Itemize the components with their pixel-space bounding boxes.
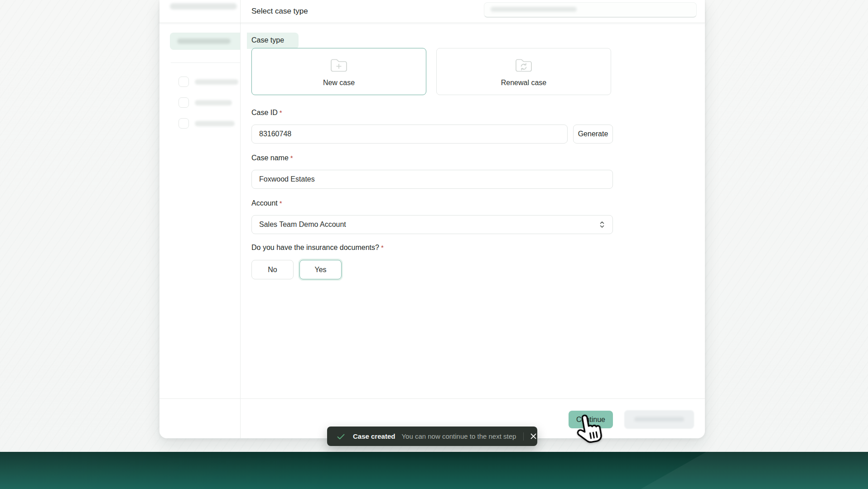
blurred-step-label bbox=[195, 79, 238, 85]
required-asterisk: * bbox=[381, 244, 384, 251]
case-type-label: Case type bbox=[251, 36, 284, 44]
case-name-input[interactable]: Foxwood Estates bbox=[251, 170, 613, 189]
sidebar-rule bbox=[171, 62, 240, 63]
case-name-value: Foxwood Estates bbox=[259, 175, 315, 183]
form-content: Case type New case bbox=[240, 23, 705, 398]
case-type-option-new[interactable]: New case bbox=[251, 48, 426, 95]
steps-sidebar bbox=[159, 23, 240, 398]
case-id-input[interactable]: 83160748 bbox=[251, 125, 568, 144]
select-chevron-icon bbox=[599, 220, 605, 229]
step-checkbox[interactable] bbox=[178, 118, 189, 129]
screen-background: Select case type bbox=[0, 0, 868, 489]
faded-header-input[interactable] bbox=[484, 2, 697, 18]
generate-button[interactable]: Generate bbox=[573, 125, 613, 144]
modal-header: Select case type bbox=[159, 0, 705, 23]
account-selected-value: Sales Team Demo Account bbox=[259, 221, 346, 229]
toast-separator bbox=[523, 432, 524, 441]
close-icon[interactable] bbox=[530, 431, 537, 442]
case-id-value: 83160748 bbox=[259, 130, 291, 138]
case-id-row: 83160748 Generate bbox=[251, 125, 613, 144]
insurance-no-button[interactable]: No bbox=[251, 260, 294, 279]
required-asterisk: * bbox=[290, 154, 293, 162]
create-case-modal: Select case type bbox=[159, 0, 705, 438]
case-type-option-renewal[interactable]: Renewal case bbox=[436, 48, 611, 95]
folder-plus-icon bbox=[328, 56, 349, 74]
blurred-step-label bbox=[195, 121, 235, 126]
blurred-step-label bbox=[195, 100, 232, 105]
sidebar-step-item[interactable] bbox=[178, 97, 240, 108]
account-select[interactable]: Sales Team Demo Account bbox=[251, 215, 613, 234]
sidebar-step-item[interactable] bbox=[178, 77, 240, 87]
toast-notification: Case created You can now continue to the… bbox=[327, 427, 537, 446]
toast-message: You can now continue to the next step bbox=[401, 432, 516, 440]
blurred-step-label bbox=[177, 38, 231, 44]
folder-refresh-icon bbox=[513, 56, 534, 74]
case-id-label: Case ID* bbox=[251, 109, 613, 117]
account-label: Account* bbox=[251, 199, 613, 207]
sidebar-step-item[interactable] bbox=[178, 118, 240, 129]
step-checkbox[interactable] bbox=[178, 97, 189, 108]
blurred-modal-title bbox=[170, 3, 237, 10]
insurance-question-label: Do you have the insurance documents?* bbox=[251, 244, 613, 252]
case-name-label: Case name* bbox=[251, 154, 613, 162]
insurance-question-options: No Yes bbox=[251, 260, 342, 279]
blurred-button-label bbox=[634, 417, 684, 422]
insurance-yes-button[interactable]: Yes bbox=[299, 260, 342, 279]
case-type-option-label: New case bbox=[323, 79, 355, 87]
page-title: Select case type bbox=[251, 6, 308, 16]
faded-secondary-button[interactable] bbox=[624, 410, 694, 429]
bottom-brand-band bbox=[0, 452, 868, 489]
brand-band-sheen bbox=[0, 452, 868, 489]
step-checkbox[interactable] bbox=[178, 77, 189, 87]
required-asterisk: * bbox=[280, 109, 282, 116]
toast-title: Case created bbox=[353, 432, 395, 440]
check-icon bbox=[337, 433, 345, 439]
case-type-options: New case Renewal case bbox=[251, 48, 613, 95]
blurred-input-text bbox=[491, 7, 577, 12]
continue-button[interactable]: Continue bbox=[569, 411, 613, 428]
case-type-option-label: Renewal case bbox=[501, 79, 547, 87]
sidebar-active-step[interactable] bbox=[170, 33, 240, 50]
required-asterisk: * bbox=[280, 199, 282, 207]
